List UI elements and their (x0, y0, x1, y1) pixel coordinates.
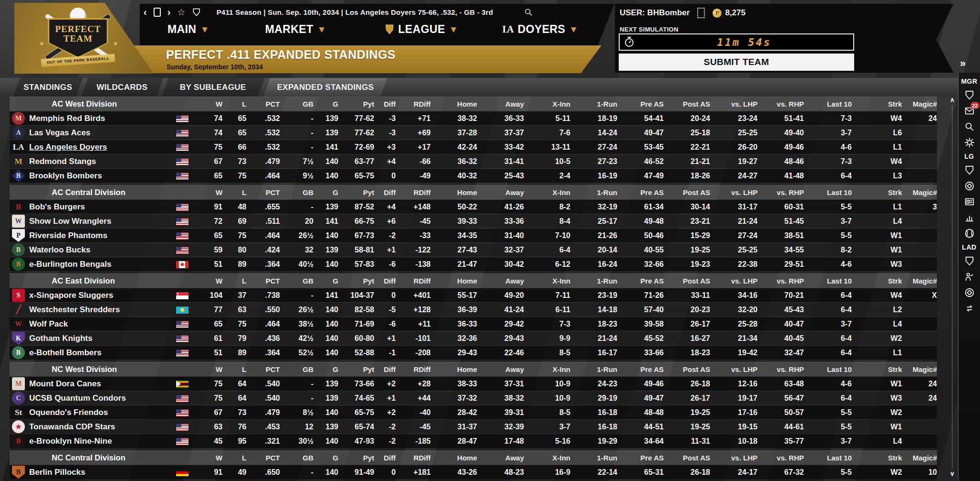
team-row[interactable]: BBrooklyn Bombers6575.4649½14065-750-494… (10, 169, 937, 183)
league-home-icon[interactable] (964, 164, 975, 176)
team-row[interactable]: MRedmond Stangs6773.4797½14063-77+4-6636… (10, 154, 937, 169)
vertical-scrollbar[interactable]: ∧ ∨ (948, 97, 956, 479)
column-header: Away (477, 274, 524, 288)
forward-icon[interactable]: › (167, 7, 171, 17)
team-row[interactable]: ★Tonawanda CDP Stars6376.4531213965-74-2… (10, 420, 937, 434)
home-icon[interactable] (192, 8, 201, 17)
nav-main[interactable]: MAIN▼ (167, 23, 209, 36)
favorite-star-icon[interactable]: ☆ (177, 7, 185, 18)
team-home-icon[interactable] (964, 255, 975, 267)
stat-cell: 13-11 (524, 140, 570, 154)
device-icon[interactable] (697, 8, 705, 18)
stat-cell: 77-62 (338, 126, 374, 140)
trade-arrows-icon[interactable] (964, 303, 975, 314)
stat-cell: .532 (246, 140, 280, 154)
team-row[interactable]: KGotham Knights6179.43642½14060-80+1-101… (10, 331, 937, 346)
stat-cell: 87-52 (338, 200, 374, 214)
search-icon[interactable] (964, 121, 975, 132)
team-row[interactable]: MMount Dora Canes7564.540-13973-66+2+283… (10, 377, 937, 391)
news-card-icon[interactable] (964, 196, 975, 208)
scroll-up-icon[interactable]: ∧ (948, 97, 956, 103)
team-row[interactable]: LALos Angeles Doyers7566.532-14172-69+3+… (10, 140, 937, 154)
stat-cell: 3-7 (804, 126, 852, 140)
ballpark-pin-icon[interactable] (964, 180, 975, 192)
star-icon: ★ (39, 40, 45, 47)
collapse-panel-icon[interactable]: » (960, 57, 966, 70)
team-row[interactable]: ╱Westchester Shredders7763.55026½14082-5… (10, 303, 937, 317)
column-header: 1-Run (570, 97, 617, 111)
gear-icon[interactable] (964, 137, 975, 148)
stat-cell: 47-93 (338, 434, 374, 448)
stats-chart-icon[interactable] (964, 212, 975, 223)
mail-icon[interactable]: 22 (964, 105, 975, 117)
column-header: 1-Run (570, 274, 617, 288)
stat-cell: 17-48 (477, 434, 524, 448)
window-icon[interactable] (154, 8, 161, 17)
team-row[interactable]: CUCSB Quantum Condors7564.540-13974-65+1… (10, 391, 937, 405)
lineup-person-icon[interactable] (964, 271, 975, 283)
submit-team-button[interactable]: SUBMIT TEAM (619, 54, 854, 71)
column-header: Away (477, 97, 524, 111)
stat-cell: 65-31 (617, 465, 664, 480)
division-header-row: AC West DivisionWLPCTGBGPytDiffRDiffHome… (10, 97, 937, 111)
stat-cell: .321 (246, 434, 280, 448)
team-row[interactable]: Be-Bothell Bombers5189.36452½14052-88-1-… (10, 346, 937, 360)
stat-cell: 140 (313, 303, 338, 317)
column-header: G (313, 362, 338, 377)
stat-cell: 36-33 (477, 111, 524, 126)
stat-cell: 42½ (280, 331, 313, 346)
team-row[interactable]: Be-Burlington Bengals5189.36440½14057-83… (10, 257, 937, 272)
team-row[interactable]: StOquendo's Friendos6773.4798½14065-75+2… (10, 405, 937, 420)
column-header: Pyt (338, 186, 374, 200)
column-header: Pyt (338, 362, 374, 377)
stat-cell: 19-25 (664, 405, 710, 420)
team-row[interactable]: MMemphis Red Birds7465.532-13977-62-3+71… (10, 111, 937, 126)
team-name: Gotham Knights (29, 334, 92, 343)
team-row[interactable]: WWolf Pack6575.46438½14071-69-6+1136-332… (10, 317, 937, 331)
team-row[interactable]: Be-Brooklyn Nine-Nine4595.32130½14047-93… (10, 434, 937, 448)
baseball-icon[interactable] (964, 228, 975, 239)
team-row[interactable]: PRiverside Phantoms6575.46426½14067-73-2… (10, 229, 937, 243)
stat-cell: 40-45 (757, 331, 804, 346)
stat-cell: 139 (313, 200, 338, 214)
team-row[interactable]: BWaterloo Bucks5980.4243213958-81+1-1222… (10, 243, 937, 257)
manager-home-icon[interactable] (964, 89, 975, 101)
stat-cell: 3 (902, 200, 937, 214)
tab-standings[interactable]: STANDINGS (13, 78, 83, 97)
nav-league[interactable]: LEAGUE▼ (385, 23, 458, 36)
tab-by-subleague[interactable]: BY SUBLEAGUE (161, 78, 265, 97)
country-flag-icon (176, 395, 189, 402)
scrollbar-track[interactable] (952, 105, 953, 469)
stat-cell: 51-41 (757, 111, 804, 126)
nav-doyers[interactable]: LA DOYERS▼ (502, 23, 578, 36)
field-pin-icon[interactable] (964, 287, 975, 298)
team-row[interactable]: WShow Low Wranglers7269.5112014166-75+6-… (10, 214, 937, 229)
team-name: e-Bothell Bombers (29, 348, 101, 358)
stat-cell: .479 (246, 405, 280, 420)
team-logo: M (12, 155, 25, 168)
stat-cell: 65 (199, 229, 223, 243)
tab-wildcards[interactable]: WILDCARDS (81, 78, 163, 97)
stat-cell (902, 169, 937, 183)
column-header: L (223, 362, 246, 377)
scroll-down-icon[interactable]: ∨ (948, 470, 956, 477)
column-header: L (223, 274, 246, 288)
stat-cell: 3-7 (804, 317, 852, 331)
nav-market[interactable]: MARKET▼ (265, 23, 326, 36)
stat-cell: 29-51 (757, 257, 804, 272)
team-row[interactable]: Sx-Singapore Sluggers10437.738-141104-37… (10, 288, 937, 303)
stat-cell: 141 (313, 214, 338, 229)
team-row[interactable]: BBerlin Pillocks9149.650-14091-490+18143… (10, 465, 937, 480)
tab-expanded-standings[interactable]: EXPANDED STANDINGS (264, 78, 387, 97)
team-row[interactable]: ALas Vegas Aces7465.532-13977-62-3+6937-… (10, 126, 937, 140)
search-icon[interactable] (524, 8, 533, 17)
stat-cell: - (280, 126, 313, 140)
team-name: Berlin Pillocks (29, 468, 85, 477)
stat-cell: 140 (313, 317, 338, 331)
stat-cell: 140 (313, 331, 338, 346)
team-row[interactable]: BBob's Burgers9148.655-13987-52+4+14850-… (10, 200, 937, 214)
stat-cell: 16-9 (524, 465, 570, 480)
stat-cell: 40½ (280, 257, 313, 272)
stat-cell: 5-5 (804, 200, 852, 214)
back-icon[interactable]: ‹ (144, 7, 147, 17)
